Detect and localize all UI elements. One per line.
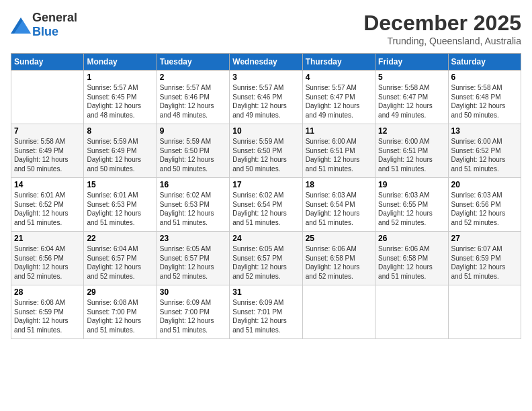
logo-text: General Blue [32, 11, 77, 39]
calendar-cell: 15Sunrise: 6:01 AMSunset: 6:53 PMDayligh… [84, 178, 157, 232]
day-info: Sunrise: 6:04 AMSunset: 6:56 PMDaylight:… [14, 244, 81, 281]
day-info: Sunrise: 6:03 AMSunset: 6:55 PMDaylight:… [378, 191, 445, 227]
calendar-cell [448, 285, 521, 339]
day-number: 20 [451, 180, 518, 189]
day-info: Sunrise: 6:06 AMSunset: 6:58 PMDaylight:… [378, 244, 445, 281]
days-of-week-row: SundayMondayTuesdayWednesdayThursdayFrid… [11, 54, 521, 71]
calendar-cell: 18Sunrise: 6:03 AMSunset: 6:54 PMDayligh… [302, 178, 375, 232]
day-number: 27 [451, 234, 518, 243]
calendar-cell: 5Sunrise: 5:58 AMSunset: 6:47 PMDaylight… [375, 71, 448, 124]
day-info: Sunrise: 6:09 AMSunset: 7:00 PMDaylight:… [160, 298, 226, 334]
logo-icon [11, 17, 30, 32]
calendar-cell: 24Sunrise: 6:05 AMSunset: 6:57 PMDayligh… [230, 232, 302, 285]
day-info: Sunrise: 5:58 AMSunset: 6:48 PMDaylight:… [451, 83, 518, 120]
calendar-cell: 14Sunrise: 6:01 AMSunset: 6:52 PMDayligh… [11, 178, 84, 232]
dow-header: Sunday [11, 54, 84, 71]
calendar-week-row: 1Sunrise: 5:57 AMSunset: 6:45 PMDaylight… [11, 71, 521, 124]
calendar-cell: 16Sunrise: 6:02 AMSunset: 6:53 PMDayligh… [157, 178, 229, 232]
calendar-cell: 28Sunrise: 6:08 AMSunset: 6:59 PMDayligh… [11, 285, 84, 339]
day-info: Sunrise: 6:03 AMSunset: 6:54 PMDaylight:… [306, 191, 372, 227]
month-title: December 2025 [363, 11, 521, 36]
calendar-cell: 10Sunrise: 5:59 AMSunset: 6:50 PMDayligh… [230, 124, 302, 178]
calendar-cell: 6Sunrise: 5:58 AMSunset: 6:48 PMDaylight… [448, 71, 521, 124]
dow-header: Monday [84, 54, 157, 71]
day-info: Sunrise: 6:00 AMSunset: 6:52 PMDaylight:… [451, 137, 518, 173]
day-number: 30 [160, 287, 226, 297]
calendar-cell: 21Sunrise: 6:04 AMSunset: 6:56 PMDayligh… [11, 232, 84, 285]
calendar-cell [302, 285, 375, 339]
day-number: 8 [87, 126, 153, 136]
day-number: 11 [306, 126, 372, 136]
calendar-table: SundayMondayTuesdayWednesdayThursdayFrid… [11, 53, 521, 339]
calendar-cell: 25Sunrise: 6:06 AMSunset: 6:58 PMDayligh… [302, 232, 375, 285]
location-title: Trunding, Queensland, Australia [363, 36, 521, 46]
day-number: 1 [87, 73, 153, 82]
day-info: Sunrise: 5:59 AMSunset: 6:49 PMDaylight:… [87, 137, 153, 173]
dow-header: Tuesday [157, 54, 229, 71]
day-info: Sunrise: 6:01 AMSunset: 6:53 PMDaylight:… [87, 191, 153, 227]
day-number: 29 [87, 287, 153, 297]
day-number: 7 [14, 126, 81, 136]
dow-header: Friday [375, 54, 448, 71]
day-number: 19 [378, 180, 445, 189]
day-info: Sunrise: 6:08 AMSunset: 7:00 PMDaylight:… [87, 298, 153, 334]
calendar-cell [11, 71, 84, 124]
day-info: Sunrise: 6:01 AMSunset: 6:52 PMDaylight:… [14, 191, 81, 227]
day-info: Sunrise: 6:04 AMSunset: 6:57 PMDaylight:… [87, 244, 153, 281]
calendar-cell: 22Sunrise: 6:04 AMSunset: 6:57 PMDayligh… [84, 232, 157, 285]
day-number: 21 [14, 234, 81, 243]
day-number: 16 [160, 180, 226, 189]
day-info: Sunrise: 6:06 AMSunset: 6:58 PMDaylight:… [306, 244, 372, 281]
day-info: Sunrise: 5:59 AMSunset: 6:50 PMDaylight:… [232, 137, 299, 173]
day-info: Sunrise: 5:57 AMSunset: 6:46 PMDaylight:… [232, 83, 299, 120]
calendar-cell: 1Sunrise: 5:57 AMSunset: 6:45 PMDaylight… [84, 71, 157, 124]
day-info: Sunrise: 5:58 AMSunset: 6:47 PMDaylight:… [378, 83, 445, 120]
day-number: 31 [232, 287, 299, 297]
calendar-cell: 12Sunrise: 6:00 AMSunset: 6:51 PMDayligh… [375, 124, 448, 178]
dow-header: Saturday [448, 54, 521, 71]
day-info: Sunrise: 6:05 AMSunset: 6:57 PMDaylight:… [160, 244, 226, 281]
page-header: General Blue December 2025 Trunding, Que… [11, 11, 521, 46]
logo: General Blue [11, 11, 77, 39]
calendar-cell [375, 285, 448, 339]
day-info: Sunrise: 5:59 AMSunset: 6:50 PMDaylight:… [160, 137, 226, 173]
calendar-cell: 13Sunrise: 6:00 AMSunset: 6:52 PMDayligh… [448, 124, 521, 178]
logo-blue: Blue [32, 25, 58, 38]
day-number: 28 [14, 287, 81, 297]
day-number: 18 [306, 180, 372, 189]
day-number: 6 [451, 73, 518, 82]
calendar-cell: 17Sunrise: 6:02 AMSunset: 6:54 PMDayligh… [230, 178, 302, 232]
calendar-cell: 2Sunrise: 5:57 AMSunset: 6:46 PMDaylight… [157, 71, 229, 124]
day-number: 15 [87, 180, 153, 189]
day-number: 24 [232, 234, 299, 243]
dow-header: Thursday [302, 54, 375, 71]
day-number: 2 [160, 73, 226, 82]
title-area: December 2025 Trunding, Queensland, Aust… [363, 11, 521, 46]
day-info: Sunrise: 5:57 AMSunset: 6:46 PMDaylight:… [160, 83, 226, 120]
calendar-cell: 20Sunrise: 6:03 AMSunset: 6:56 PMDayligh… [448, 178, 521, 232]
calendar-cell: 30Sunrise: 6:09 AMSunset: 7:00 PMDayligh… [157, 285, 229, 339]
day-info: Sunrise: 6:00 AMSunset: 6:51 PMDaylight:… [378, 137, 445, 173]
calendar-week-row: 14Sunrise: 6:01 AMSunset: 6:52 PMDayligh… [11, 178, 521, 232]
day-number: 23 [160, 234, 226, 243]
calendar-week-row: 21Sunrise: 6:04 AMSunset: 6:56 PMDayligh… [11, 232, 521, 285]
calendar-cell: 31Sunrise: 6:09 AMSunset: 7:01 PMDayligh… [230, 285, 302, 339]
day-number: 9 [160, 126, 226, 136]
calendar-cell: 29Sunrise: 6:08 AMSunset: 7:00 PMDayligh… [84, 285, 157, 339]
day-info: Sunrise: 6:02 AMSunset: 6:53 PMDaylight:… [160, 191, 226, 227]
calendar-cell: 26Sunrise: 6:06 AMSunset: 6:58 PMDayligh… [375, 232, 448, 285]
calendar-week-row: 28Sunrise: 6:08 AMSunset: 6:59 PMDayligh… [11, 285, 521, 339]
logo-general: General [32, 11, 77, 24]
day-number: 10 [232, 126, 299, 136]
day-number: 26 [378, 234, 445, 243]
calendar-cell: 27Sunrise: 6:07 AMSunset: 6:59 PMDayligh… [448, 232, 521, 285]
day-number: 22 [87, 234, 153, 243]
day-number: 13 [451, 126, 518, 136]
day-number: 25 [306, 234, 372, 243]
day-info: Sunrise: 6:03 AMSunset: 6:56 PMDaylight:… [451, 191, 518, 227]
calendar-body: 1Sunrise: 5:57 AMSunset: 6:45 PMDaylight… [11, 71, 521, 339]
day-info: Sunrise: 6:08 AMSunset: 6:59 PMDaylight:… [14, 298, 81, 334]
dow-header: Wednesday [230, 54, 302, 71]
calendar-cell: 4Sunrise: 5:57 AMSunset: 6:47 PMDaylight… [302, 71, 375, 124]
calendar-cell: 9Sunrise: 5:59 AMSunset: 6:50 PMDaylight… [157, 124, 229, 178]
